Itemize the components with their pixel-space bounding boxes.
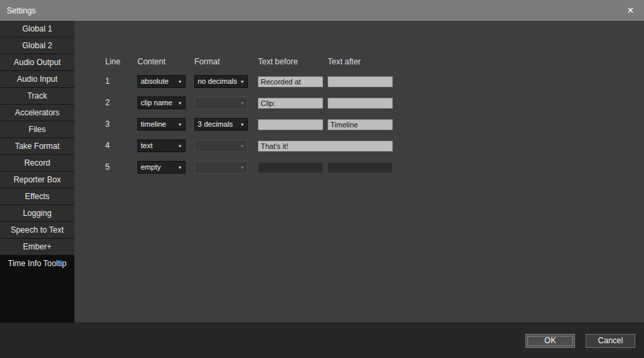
sidebar-item-track[interactable]: Track bbox=[0, 88, 74, 105]
text-before-input bbox=[258, 162, 323, 173]
sidebar-item-take-format[interactable]: Take Format bbox=[0, 138, 74, 155]
header-content: Content bbox=[137, 57, 194, 66]
text-before-input[interactable] bbox=[258, 76, 323, 87]
header-format: Format bbox=[194, 57, 258, 66]
chevron-down-icon: ▼ bbox=[178, 165, 182, 169]
sidebar-item-reporter-box[interactable]: Reporter Box bbox=[0, 172, 74, 188]
settings-window: Settings ✕ Global 1 Global 2 Audio Outpu… bbox=[0, 0, 644, 358]
text-after-input bbox=[328, 162, 393, 173]
sidebar-item-logging[interactable]: Logging bbox=[0, 205, 74, 222]
content-dropdown-value: timeline bbox=[141, 120, 178, 128]
window-title: Settings bbox=[0, 6, 36, 15]
format-dropdown-value: no decimals bbox=[198, 77, 240, 85]
chevron-down-icon: ▼ bbox=[240, 165, 245, 169]
sidebar-item-record[interactable]: Record bbox=[0, 155, 74, 172]
table-header-row: Line Content Format Text before Text aft… bbox=[105, 53, 644, 70]
sidebar-item-audio-input[interactable]: Audio Input bbox=[0, 71, 74, 88]
line-number: 1 bbox=[105, 76, 137, 86]
content-dropdown-value: text bbox=[141, 141, 178, 150]
content-dropdown[interactable]: empty ▼ bbox=[137, 161, 186, 174]
table-row: 4 text ▼ ▼ bbox=[105, 135, 644, 156]
sidebar-item-audio-output[interactable]: Audio Output bbox=[0, 54, 74, 71]
chevron-down-icon: ▼ bbox=[240, 143, 245, 147]
ok-button[interactable]: OK bbox=[525, 334, 575, 348]
chevron-down-icon: ▼ bbox=[178, 143, 182, 147]
main-panel: Line Content Format Text before Text aft… bbox=[74, 21, 644, 322]
content-dropdown-value: clip name bbox=[141, 99, 178, 107]
cancel-button[interactable]: Cancel bbox=[586, 334, 635, 348]
line-number: 3 bbox=[105, 119, 137, 129]
sidebar-item-files[interactable]: Files bbox=[0, 121, 74, 138]
text-after-input[interactable] bbox=[328, 119, 393, 130]
content-dropdown-value: absolute bbox=[141, 77, 178, 85]
header-line: Line bbox=[105, 57, 137, 66]
content-dropdown[interactable]: absolute ▼ bbox=[137, 75, 186, 88]
text-before-input[interactable] bbox=[258, 98, 323, 109]
table-row: 2 clip name ▼ ▼ bbox=[105, 92, 644, 113]
format-dropdown: ▼ bbox=[194, 139, 248, 152]
sidebar-item-global-2[interactable]: Global 2 bbox=[0, 38, 74, 54]
table-row: 5 empty ▼ ▼ bbox=[105, 156, 644, 178]
format-dropdown[interactable]: 3 decimals ▼ bbox=[194, 118, 248, 131]
format-dropdown[interactable]: no decimals ▼ bbox=[194, 75, 248, 88]
header-text-after: Text after bbox=[328, 57, 393, 66]
close-icon[interactable]: ✕ bbox=[617, 0, 644, 21]
content-dropdown-value: empty bbox=[141, 163, 178, 171]
chevron-down-icon: ▼ bbox=[178, 101, 182, 105]
content-dropdown[interactable]: text ▼ bbox=[137, 139, 186, 152]
text-wide-input[interactable] bbox=[258, 141, 393, 152]
format-dropdown-value: 3 decimals bbox=[198, 120, 240, 128]
content-dropdown[interactable]: clip name ▼ bbox=[137, 97, 186, 109]
sidebar-item-time-info-tooltip[interactable]: Time Info Tooltip bbox=[0, 255, 74, 272]
line-number: 4 bbox=[105, 141, 137, 150]
chevron-down-icon: ▼ bbox=[240, 79, 245, 83]
format-dropdown: ▼ bbox=[194, 97, 248, 109]
header-text-before: Text before bbox=[258, 57, 328, 66]
chevron-down-icon: ▼ bbox=[178, 122, 182, 126]
sidebar-item-ember-plus[interactable]: Ember+ bbox=[0, 239, 74, 255]
sidebar: Global 1 Global 2 Audio Output Audio Inp… bbox=[0, 21, 74, 322]
titlebar: Settings ✕ bbox=[0, 0, 644, 21]
sidebar-item-global-1[interactable]: Global 1 bbox=[0, 21, 74, 38]
footer-bar: OK Cancel bbox=[0, 322, 644, 358]
table-row: 3 timeline ▼ 3 decimals ▼ bbox=[105, 113, 644, 135]
tooltip-line-table: Line Content Format Text before Text aft… bbox=[74, 21, 644, 178]
line-number: 5 bbox=[105, 162, 137, 172]
text-after-input[interactable] bbox=[328, 98, 393, 109]
sidebar-item-effects[interactable]: Effects bbox=[0, 188, 74, 205]
window-body: Global 1 Global 2 Audio Output Audio Inp… bbox=[0, 21, 644, 322]
text-after-input[interactable] bbox=[328, 76, 393, 87]
format-dropdown: ▼ bbox=[194, 161, 248, 174]
sidebar-item-speech-to-text[interactable]: Speech to Text bbox=[0, 222, 74, 239]
chevron-down-icon: ▼ bbox=[178, 79, 182, 83]
text-before-input[interactable] bbox=[258, 119, 323, 130]
chevron-down-icon: ▼ bbox=[240, 101, 245, 105]
sidebar-item-accelerators[interactable]: Accelerators bbox=[0, 105, 74, 121]
table-row: 1 absolute ▼ no decimals ▼ bbox=[105, 70, 644, 92]
chevron-down-icon: ▼ bbox=[240, 122, 245, 126]
content-dropdown[interactable]: timeline ▼ bbox=[137, 118, 186, 131]
line-number: 2 bbox=[105, 98, 137, 107]
